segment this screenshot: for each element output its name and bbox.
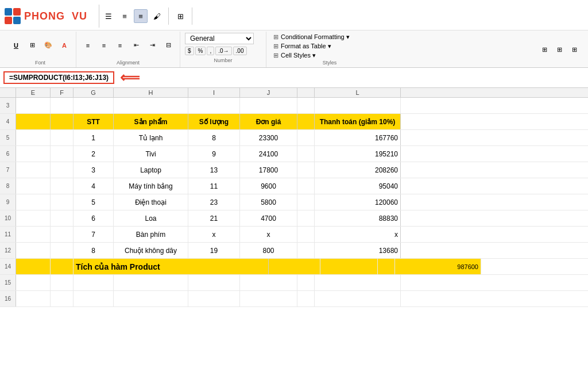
cell-g10-stt[interactable]: 6 bbox=[74, 210, 114, 226]
cell-e5[interactable] bbox=[16, 130, 51, 145]
cell-l5-thanh-toan[interactable]: 167760 bbox=[315, 130, 401, 145]
cell-k8[interactable] bbox=[297, 178, 315, 194]
cell-f12[interactable] bbox=[51, 243, 74, 258]
cell-k5[interactable] bbox=[297, 130, 315, 145]
cell-l7-thanh-toan[interactable]: 208260 bbox=[315, 162, 401, 178]
cell-h9-san-pham[interactable]: Điện thoại bbox=[114, 194, 188, 210]
underline-btn[interactable]: U bbox=[9, 39, 23, 52]
cell-j12-don-gia[interactable]: 800 bbox=[240, 243, 297, 258]
cell-j10-don-gia[interactable]: 4700 bbox=[240, 210, 297, 226]
format-as-table-btn[interactable]: ⊞ Format as Table ▾ bbox=[271, 42, 388, 51]
cell-i6-so-luong[interactable]: 9 bbox=[188, 146, 240, 162]
cell-e4[interactable] bbox=[16, 114, 51, 129]
percent-btn[interactable]: % bbox=[195, 47, 206, 55]
cell-e9[interactable] bbox=[16, 194, 51, 210]
cell-h11-san-pham[interactable]: Bàn phím bbox=[114, 227, 188, 242]
fill-color-btn[interactable]: 🎨 bbox=[41, 39, 55, 52]
cell-f7[interactable] bbox=[51, 162, 74, 178]
cell-f5[interactable] bbox=[51, 130, 74, 145]
align-center-text-btn[interactable]: ≡ bbox=[97, 39, 111, 52]
cell-g3[interactable] bbox=[74, 98, 114, 113]
outdent-btn[interactable]: ⇤ bbox=[129, 39, 143, 52]
cell-l10-thanh-toan[interactable]: 88830 bbox=[315, 210, 401, 226]
cell-k10[interactable] bbox=[297, 210, 315, 226]
cell-i7-so-luong[interactable]: 13 bbox=[188, 162, 240, 178]
increase-decimal-btn[interactable]: .00 bbox=[233, 47, 247, 55]
cell-h7-san-pham[interactable]: Laptop bbox=[114, 162, 188, 178]
cell-f11[interactable] bbox=[51, 227, 74, 242]
cell-g9-stt[interactable]: 5 bbox=[74, 194, 114, 210]
align-right-text-btn[interactable]: ≡ bbox=[113, 39, 127, 52]
cell-k12[interactable] bbox=[297, 243, 315, 258]
footer-cell-k[interactable] bbox=[378, 259, 395, 274]
cell-i5-so-luong[interactable]: 8 bbox=[188, 130, 240, 145]
cell-e3[interactable] bbox=[16, 98, 51, 113]
wrap-text-btn[interactable]: ⊞ bbox=[173, 9, 187, 23]
cell-k6[interactable] bbox=[297, 146, 315, 162]
format-paint-btn[interactable]: 🖌 bbox=[150, 9, 164, 23]
cell-f4[interactable] bbox=[51, 114, 74, 129]
cell-g8-stt[interactable]: 4 bbox=[74, 178, 114, 194]
cell-j9-don-gia[interactable]: 5800 bbox=[240, 194, 297, 210]
cell-i9-so-luong[interactable]: 23 bbox=[188, 194, 240, 210]
footer-cell-f[interactable] bbox=[51, 259, 74, 274]
cell-f8[interactable] bbox=[51, 178, 74, 194]
decrease-decimal-btn[interactable]: .0→ bbox=[215, 47, 231, 55]
cell-f9[interactable] bbox=[51, 194, 74, 210]
footer-cell-j[interactable] bbox=[320, 259, 378, 274]
cell-f10[interactable] bbox=[51, 210, 74, 226]
cell-h10-san-pham[interactable]: Loa bbox=[114, 210, 188, 226]
cell-i10-so-luong[interactable]: 21 bbox=[188, 210, 240, 226]
cell-e6[interactable] bbox=[16, 146, 51, 162]
cell-e10[interactable] bbox=[16, 210, 51, 226]
footer-label-cell[interactable]: Tích của hàm Product bbox=[74, 259, 269, 274]
cell-j7-don-gia[interactable]: 17800 bbox=[240, 162, 297, 178]
formula-box[interactable]: =SUMPRODUCT(I6:I13;J6:J13) bbox=[3, 71, 114, 84]
cell-j4-don-gia[interactable]: Đơn giá bbox=[240, 114, 297, 129]
cell-i11-so-luong[interactable]: x bbox=[188, 227, 240, 242]
cell-l6-thanh-toan[interactable]: 195210 bbox=[315, 146, 401, 162]
merge-btn[interactable]: ⊟ bbox=[161, 39, 175, 52]
comma-btn[interactable]: , bbox=[207, 47, 214, 55]
cell-j11-don-gia[interactable]: x bbox=[240, 227, 297, 242]
number-format-select[interactable]: General bbox=[185, 33, 254, 44]
cell-j5-don-gia[interactable]: 23300 bbox=[240, 130, 297, 145]
cell-l12-thanh-toan[interactable]: 13680 bbox=[315, 243, 401, 258]
cell-l3[interactable] bbox=[315, 98, 401, 113]
cell-l11-thanh-toan[interactable]: x bbox=[315, 227, 401, 242]
cell-h6-san-pham[interactable]: Tivi bbox=[114, 146, 188, 162]
cell-i8-so-luong[interactable]: 11 bbox=[188, 178, 240, 194]
cell-k11[interactable] bbox=[297, 227, 315, 242]
cell-i4-so-luong[interactable]: Số lượng bbox=[188, 114, 240, 129]
cell-i3[interactable] bbox=[188, 98, 240, 113]
cell-k7[interactable] bbox=[297, 162, 315, 178]
footer-cell-i[interactable] bbox=[269, 259, 320, 274]
cell-g6-stt[interactable]: 2 bbox=[74, 146, 114, 162]
cell-h3[interactable] bbox=[114, 98, 188, 113]
cell-k4[interactable] bbox=[297, 114, 315, 129]
extra-btn-1[interactable]: ⊞ bbox=[537, 43, 551, 56]
cell-j3[interactable] bbox=[240, 98, 297, 113]
cell-g11-stt[interactable]: 7 bbox=[74, 227, 114, 242]
cell-h12-san-pham[interactable]: Chuột không dây bbox=[114, 243, 188, 258]
cell-j8-don-gia[interactable]: 9600 bbox=[240, 178, 297, 194]
cell-j6-don-gia[interactable]: 24100 bbox=[240, 146, 297, 162]
extra-btn-2[interactable]: ⊞ bbox=[552, 43, 566, 56]
currency-btn[interactable]: $ bbox=[185, 47, 194, 55]
cell-g7-stt[interactable]: 3 bbox=[74, 162, 114, 178]
cell-g4-stt[interactable]: STT bbox=[74, 114, 114, 129]
cell-f3[interactable] bbox=[51, 98, 74, 113]
cell-l8-thanh-toan[interactable]: 95040 bbox=[315, 178, 401, 194]
cell-f6[interactable] bbox=[51, 146, 74, 162]
align-left-btn[interactable]: ≡ bbox=[118, 9, 131, 23]
border-btn[interactable]: ⊞ bbox=[25, 39, 39, 52]
align-left-text-btn[interactable]: ≡ bbox=[81, 39, 95, 52]
cell-k9[interactable] bbox=[297, 194, 315, 210]
menu-icon-btn[interactable]: ☰ bbox=[102, 9, 115, 23]
cell-g12-stt[interactable]: 8 bbox=[74, 243, 114, 258]
cell-l4-thanh-toan[interactable]: Thanh toán (giảm 10%) bbox=[315, 114, 401, 129]
conditional-formatting-btn[interactable]: ⊞ Conditional Formatting ▾ bbox=[271, 33, 388, 41]
indent-btn[interactable]: ⇥ bbox=[145, 39, 159, 52]
cell-h8-san-pham[interactable]: Máy tính bảng bbox=[114, 178, 188, 194]
cell-e8[interactable] bbox=[16, 178, 51, 194]
